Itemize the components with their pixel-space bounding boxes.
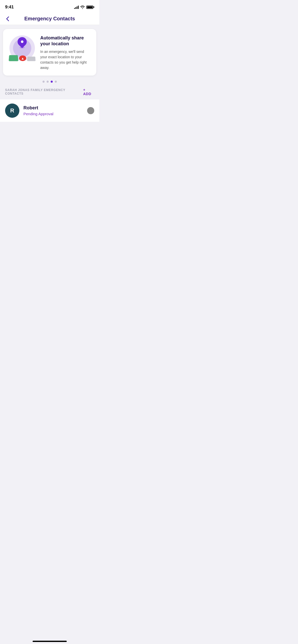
contact-info: Robert Pending Approval [23, 105, 83, 116]
status-bar: 9:41 [0, 0, 99, 13]
signal-icon [74, 5, 79, 9]
dot-4 [55, 81, 57, 83]
location-illustration: ▲ [8, 34, 36, 62]
pin-icon [18, 37, 27, 48]
battery-icon [86, 6, 94, 9]
status-time: 9:41 [5, 5, 14, 10]
avatar: R [5, 104, 19, 118]
back-button[interactable] [5, 15, 10, 22]
wifi-icon [80, 5, 85, 9]
section-title: SARAH JONAS FAMILY EMERGENCY CONTACTS [5, 88, 83, 95]
dot-3-active [51, 81, 53, 83]
promo-card: ▲ Automatically share your location In a… [3, 29, 96, 76]
page-title: Emergency Contacts [24, 16, 75, 22]
promo-description: In an emergency, we'll send your exact l… [40, 49, 91, 70]
dots-indicator [0, 81, 99, 83]
contact-indicator [87, 107, 94, 114]
main-content: ▲ Automatically share your location In a… [0, 25, 99, 126]
map-base: ▲ [9, 55, 35, 61]
dot-1 [43, 81, 45, 83]
contact-name: Robert [23, 105, 83, 111]
promo-card-wrapper: ▲ Automatically share your location In a… [0, 29, 99, 76]
contact-list: R Robert Pending Approval [0, 99, 99, 122]
nav-header: Emergency Contacts [0, 13, 99, 25]
status-icons [74, 5, 94, 9]
add-contact-button[interactable]: + ADD [83, 88, 94, 96]
promo-title: Automatically share your location [40, 35, 91, 47]
contact-status: Pending Approval [23, 112, 83, 116]
section-header: SARAH JONAS FAMILY EMERGENCY CONTACTS + … [0, 88, 99, 96]
table-row[interactable]: R Robert Pending Approval [0, 99, 99, 122]
promo-text: Automatically share your location In an … [40, 34, 91, 70]
dot-2 [47, 81, 49, 83]
